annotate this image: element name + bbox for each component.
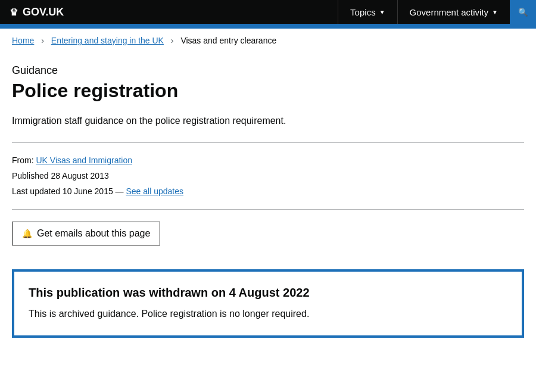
government-activity-button[interactable]: Government activity ▼: [397, 0, 510, 24]
breadcrumb-home[interactable]: Home: [12, 36, 34, 45]
breadcrumb-sep-1: ›: [41, 36, 44, 45]
accent-bar: [0, 24, 536, 29]
from-org-link[interactable]: UK Visas and Immigration: [36, 155, 132, 165]
guidance-label: Guidance: [12, 64, 524, 77]
get-emails-button[interactable]: 🔔 Get emails about this page: [12, 222, 160, 245]
from-row: From: UK Visas and Immigration: [12, 155, 524, 167]
page-description: Immigration staff guidance on the police…: [12, 114, 369, 128]
search-icon: 🔍: [518, 8, 528, 17]
topics-label: Topics: [350, 7, 376, 17]
main-content: Guidance Police registration Immigration…: [0, 52, 536, 362]
logo-text: GOV.UK: [23, 6, 64, 18]
breadcrumb-sep-2: ›: [171, 36, 174, 45]
topics-button[interactable]: Topics ▼: [338, 0, 397, 24]
see-all-updates-link[interactable]: See all updates: [126, 186, 184, 196]
page-title: Police registration: [12, 79, 524, 102]
meta-section: From: UK Visas and Immigration Published…: [12, 155, 524, 197]
from-label: From:: [12, 155, 34, 165]
search-button[interactable]: 🔍: [510, 0, 536, 24]
divider-2: [12, 209, 524, 210]
site-header: ♛ GOV.UK Topics ▼ Government activity ▼ …: [0, 0, 536, 24]
published-label: Published: [12, 171, 49, 181]
bell-icon: 🔔: [22, 229, 32, 238]
crown-icon: ♛: [10, 7, 18, 18]
gov-activity-chevron-icon: ▼: [492, 9, 498, 15]
withdrawn-title: This publication was withdrawn on 4 Augu…: [29, 286, 507, 300]
breadcrumb-current: Visas and entry clearance: [180, 36, 276, 45]
published-date-value: 28 August 2013: [51, 171, 108, 181]
gov-uk-logo[interactable]: ♛ GOV.UK: [0, 0, 338, 24]
updated-label: Last updated: [12, 186, 60, 196]
breadcrumb-entering[interactable]: Entering and staying in the UK: [51, 36, 164, 45]
header-nav: Topics ▼ Government activity ▼ 🔍: [338, 0, 536, 24]
government-activity-label: Government activity: [410, 7, 489, 17]
updated-row: Last updated 10 June 2015 — See all upda…: [12, 186, 524, 198]
withdrawn-notice: This publication was withdrawn on 4 Augu…: [12, 269, 524, 338]
withdrawn-text: This is archived guidance. Police regist…: [29, 307, 507, 321]
updated-sep: —: [116, 186, 126, 196]
breadcrumb: Home › Entering and staying in the UK › …: [0, 29, 536, 52]
updated-date-value: 10 June 2015: [63, 186, 113, 196]
topics-chevron-icon: ▼: [379, 9, 385, 15]
published-row: Published 28 August 2013: [12, 170, 524, 182]
email-button-label: Get emails about this page: [37, 228, 150, 239]
divider-1: [12, 142, 524, 143]
